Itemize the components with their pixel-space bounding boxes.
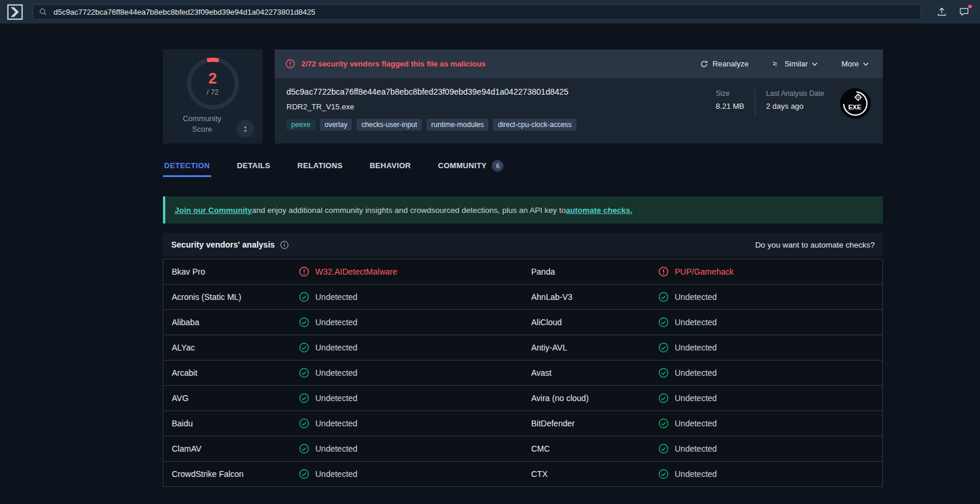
tab-relations[interactable]: RELATIONS (296, 161, 344, 177)
vendor-row: AVGUndetectedAvira (no cloud)Undetected (164, 386, 882, 411)
alert-icon (299, 266, 309, 277)
vendor-cell: Bkav ProW32.AIDetectMalware (164, 259, 523, 284)
file-info-panel: d5c9ac7722bca76ff8e44ea7b8ebc8bfed23f09e… (275, 78, 883, 143)
vendor-row: ArcabitUndetectedAvastUndetected (164, 361, 882, 386)
vendor-result: Undetected (299, 443, 358, 454)
vendor-name: Avira (no cloud) (531, 393, 658, 403)
vendor-result: Undetected (658, 368, 717, 378)
tab-detection[interactable]: DETECTION (163, 161, 211, 177)
join-community-link[interactable]: Join our Community (175, 206, 252, 215)
comment-icon (959, 6, 969, 17)
file-tag[interactable]: runtime-modules (426, 119, 488, 131)
tab-behavior[interactable]: BEHAVIOR (368, 161, 412, 177)
vendor-cell: AlibabaUndetected (164, 310, 523, 335)
notification-dot (968, 5, 972, 8)
vendor-name: AliCloud (531, 318, 658, 327)
vendor-cell: AvastUndetected (523, 361, 882, 385)
search-icon (39, 8, 47, 16)
vendor-name: Baidu (172, 419, 299, 428)
feedback-button[interactable] (955, 3, 973, 21)
search-input[interactable] (52, 7, 915, 17)
vendor-result: Undetected (299, 469, 358, 479)
vendor-result: Undetected (658, 469, 717, 479)
result-text: Undetected (675, 368, 717, 378)
vendor-result: Undetected (299, 418, 358, 429)
reanalyze-icon (700, 60, 708, 68)
virustotal-logo[interactable] (7, 4, 23, 20)
vendor-name: BitDefender (531, 419, 658, 428)
automate-checks-prompt[interactable]: Do you want to automate checks? (755, 241, 875, 249)
more-label: More (841, 59, 859, 68)
vendor-result: Undetected (658, 342, 717, 353)
vendor-name: Arcabit (172, 368, 299, 378)
file-tag[interactable]: direct-cpu-clock-access (493, 119, 576, 131)
automate-checks-link[interactable]: automate checks. (566, 206, 632, 215)
size-label: Size (716, 89, 744, 98)
chevron-down-icon: ▾ (244, 129, 246, 133)
vendor-result: PUP/Gamehack (658, 266, 734, 277)
vendor-row: Bkav ProW32.AIDetectMalwarePandaPUP/Game… (164, 259, 882, 285)
vendor-cell: Antiy-AVLUndetected (523, 335, 882, 360)
check-icon (299, 393, 309, 403)
vendor-result: Undetected (658, 418, 717, 429)
chevron-down-icon (812, 62, 818, 66)
check-icon (658, 292, 669, 302)
check-icon (658, 368, 669, 378)
alert-message: 2/72 security vendors flagged this file … (301, 59, 486, 68)
vendor-name: AhnLab-V3 (531, 292, 658, 302)
result-text: Undetected (315, 419, 358, 428)
vendor-result: Undetected (658, 317, 717, 328)
analysis-header: Security vendors' analysis Do you want t… (163, 233, 883, 256)
alert-icon (285, 59, 295, 69)
vendor-row: Acronis (Static ML)UndetectedAhnLab-V3Un… (164, 285, 882, 310)
check-icon (658, 418, 669, 429)
topbar (0, 0, 980, 24)
reanalyze-button[interactable]: Reanalyze (696, 59, 752, 69)
vendor-name: CTX (531, 469, 658, 479)
result-text: Undetected (315, 292, 358, 302)
tab-community[interactable]: COMMUNITY 6 (436, 161, 505, 177)
check-icon (658, 469, 669, 479)
search-bar (32, 4, 921, 20)
vendor-name: Alibaba (172, 318, 299, 327)
info-icon[interactable] (280, 241, 289, 249)
check-icon (658, 443, 669, 454)
vendor-name: CrowdStrike Falcon (172, 469, 299, 479)
chevron-down-icon (863, 62, 869, 66)
upload-button[interactable] (933, 3, 951, 21)
vendor-name: CMC (531, 444, 658, 453)
tab-details[interactable]: DETAILS (236, 161, 272, 177)
vendor-result: Undetected (658, 393, 717, 403)
file-name: RDR2_TR_V15.exe (286, 102, 576, 111)
score-stepper[interactable]: ▴ ▾ (236, 120, 254, 138)
divider (755, 89, 755, 115)
main-content: 2 / 72 Community Score ▴ ▾ 2/72 security… (163, 24, 883, 487)
result-text: Undetected (675, 444, 717, 453)
check-icon (299, 317, 309, 328)
vendor-result: Undetected (299, 368, 358, 378)
more-button[interactable]: More (838, 59, 872, 69)
result-text: Undetected (315, 393, 358, 403)
vendor-cell: AVGUndetected (164, 386, 523, 410)
vendor-name: ALYac (172, 343, 299, 352)
file-hash: d5c9ac7722bca76ff8e44ea7b8ebc8bfed23f09e… (286, 87, 576, 96)
result-text: Undetected (675, 393, 717, 403)
similar-button[interactable]: Similar (769, 59, 822, 69)
vendor-row: AlibabaUndetectedAliCloudUndetected (164, 310, 882, 335)
detection-alert-bar: 2/72 security vendors flagged this file … (275, 49, 883, 78)
vendor-name: Bkav Pro (172, 267, 299, 276)
score-total: / 72 (206, 88, 218, 96)
last-analysis-value: 2 days ago (766, 102, 824, 111)
tab-label: DETECTION (164, 161, 210, 170)
tab-label: RELATIONS (298, 161, 343, 170)
similar-icon (772, 60, 781, 68)
file-tag[interactable]: overlay (320, 119, 352, 131)
vendor-result: Undetected (299, 342, 358, 353)
file-tag[interactable]: peexe (286, 119, 315, 131)
svg-text:EXE: EXE (848, 104, 861, 111)
vendor-row: ALYacUndetectedAntiy-AVLUndetected (164, 335, 882, 361)
file-tag[interactable]: checks-user-input (356, 119, 422, 131)
similar-label: Similar (785, 59, 808, 68)
check-icon (299, 292, 309, 302)
vendor-name: Acronis (Static ML) (172, 292, 299, 302)
